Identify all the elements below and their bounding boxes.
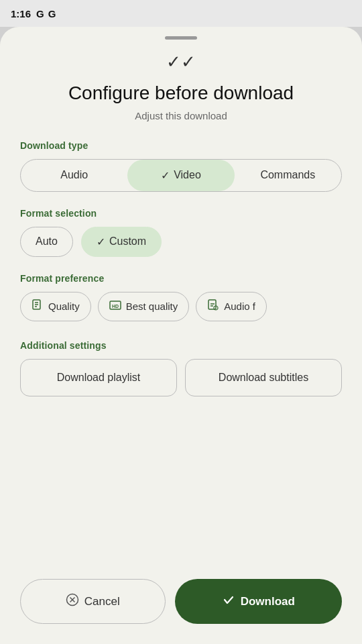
cancel-button[interactable]: Cancel (20, 579, 166, 624)
g-icon-1: G (36, 8, 44, 19)
type-audio-button[interactable]: Audio (21, 160, 127, 191)
type-video-button[interactable]: ✓ Video (127, 160, 234, 191)
type-commands-label: Commands (260, 169, 315, 181)
pref-audio-f-button[interactable]: Audio f (196, 292, 267, 321)
download-playlist-button[interactable]: Download playlist (20, 359, 177, 396)
svg-rect-6 (208, 300, 216, 309)
download-button[interactable]: Download (175, 579, 342, 624)
download-label: Download (241, 595, 295, 608)
pref-quality-button[interactable]: Quality (20, 292, 91, 321)
download-type-label: Download type (20, 140, 88, 151)
quality-icon (32, 299, 44, 314)
page-subtitle: Adjust this download (135, 110, 227, 121)
format-selection-row: Auto ✓ Custom (20, 227, 342, 257)
additional-settings-row: Download playlist Download subtitles (20, 359, 342, 396)
double-check-icon: ✓✓ (166, 52, 196, 72)
format-custom-check: ✓ (97, 235, 105, 248)
pref-quality-label: Quality (48, 301, 80, 312)
best-quality-icon: HD (109, 299, 121, 314)
format-custom-label: Custom (109, 235, 146, 248)
pref-audio-f-label: Audio f (224, 301, 255, 312)
page-title: Configure before download (68, 82, 294, 105)
download-check-icon (222, 593, 235, 610)
svg-text:HD: HD (112, 304, 119, 309)
g-icon-2: G (48, 8, 56, 19)
action-row: Cancel Download (20, 579, 342, 624)
drag-handle[interactable] (165, 36, 197, 40)
additional-settings-label: Additional settings (20, 340, 107, 351)
bottom-sheet: ✓✓ Configure before download Adjust this… (0, 27, 362, 644)
format-auto-label: Auto (36, 235, 58, 248)
type-video-label: Video (174, 169, 201, 181)
audio-f-icon (207, 299, 219, 314)
type-video-check: ✓ (161, 169, 170, 182)
status-time: 1:16 (11, 8, 31, 19)
format-custom-button[interactable]: ✓ Custom (81, 227, 162, 257)
format-auto-button[interactable]: Auto (20, 227, 73, 257)
format-preference-label: Format preference (20, 273, 104, 284)
format-preference-row: Quality HD Best quality Audio f (20, 292, 342, 321)
download-type-selector: Audio ✓ Video Commands (20, 159, 342, 192)
status-bar: 1:16 G G (0, 0, 362, 27)
pref-best-quality-label: Best quality (126, 301, 178, 312)
download-subtitles-label: Download subtitles (219, 372, 308, 383)
pref-best-quality-button[interactable]: HD Best quality (98, 292, 190, 321)
cancel-icon (66, 593, 79, 610)
type-commands-button[interactable]: Commands (235, 160, 341, 191)
cancel-label: Cancel (84, 595, 120, 608)
status-icons: G G (36, 8, 56, 19)
download-subtitles-button[interactable]: Download subtitles (185, 359, 342, 396)
type-audio-label: Audio (60, 169, 88, 181)
format-selection-label: Format selection (20, 208, 97, 219)
download-playlist-label: Download playlist (57, 372, 141, 383)
